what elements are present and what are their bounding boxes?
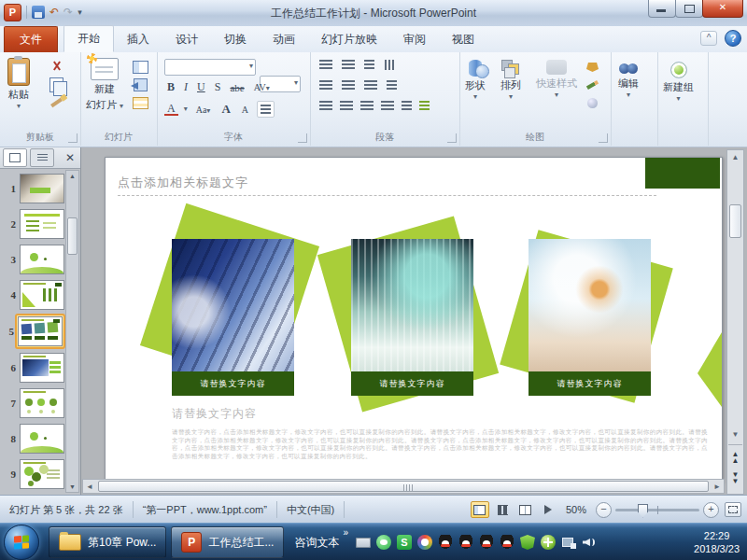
redo-icon[interactable]: ↷ <box>63 5 73 20</box>
numbering-icon[interactable] <box>342 60 355 70</box>
slide-number-status[interactable]: 幻灯片 第 5 张，共 22 张 <box>0 501 134 518</box>
arrange-button[interactable]: 排列 ▾ <box>500 60 521 100</box>
decrease-indent-icon[interactable] <box>319 80 332 91</box>
horizontal-scrollbar[interactable]: ◄ ► <box>82 479 725 494</box>
overflow-chevron-icon[interactable]: » <box>343 527 348 538</box>
wechat-icon[interactable] <box>376 535 391 550</box>
font-color-button[interactable]: A <box>164 103 178 116</box>
vertical-scrollbar-thumb[interactable] <box>729 204 741 238</box>
slide-image-1[interactable] <box>172 239 294 371</box>
shape-effects-button[interactable] <box>585 95 600 110</box>
layout-button[interactable] <box>133 60 148 75</box>
align-text-icon[interactable] <box>387 80 397 91</box>
slide-thumbnail-1[interactable]: 1 <box>0 174 65 203</box>
section-button[interactable] <box>133 95 148 110</box>
bullets-icon[interactable] <box>319 60 332 70</box>
start-button[interactable] <box>4 525 39 560</box>
panel-scrollbar-thumb[interactable] <box>67 217 78 255</box>
italic-button[interactable]: I <box>181 80 190 94</box>
normal-view-button[interactable] <box>471 501 489 518</box>
slide-thumbnail-9[interactable]: 9 <box>0 459 65 489</box>
slide-sorter-view-button[interactable] <box>495 502 512 517</box>
text-shadow-button[interactable]: S <box>212 80 224 94</box>
scroll-up-icon[interactable]: ▲ <box>727 153 743 161</box>
line-spacing-icon[interactable] <box>364 60 374 70</box>
collapse-ribbon-icon[interactable]: ^ <box>700 31 717 46</box>
qq-icon-2[interactable] <box>458 535 473 550</box>
dialog-launcher-drawing[interactable] <box>599 133 608 143</box>
qq-icon-1[interactable] <box>438 535 453 550</box>
tab-slides-thumbnails[interactable] <box>3 148 27 167</box>
panel-scrollbar[interactable]: ▲ ▼ <box>65 170 79 493</box>
slide-title-placeholder[interactable]: 点击添加相关标题文字 <box>118 175 248 191</box>
next-slide-button[interactable]: ▼▼ <box>727 471 743 484</box>
paste-button[interactable]: 粘贴 ▾ <box>7 58 30 109</box>
tab-review[interactable]: 审阅 <box>390 27 439 52</box>
reading-view-button[interactable] <box>517 502 534 517</box>
convert-smartart-icon[interactable] <box>419 101 430 111</box>
tab-home[interactable]: 开始 <box>63 25 114 52</box>
slide-thumbnail-4[interactable]: 4 <box>0 280 65 310</box>
minimize-button[interactable] <box>648 0 676 18</box>
network-icon[interactable] <box>561 535 576 550</box>
slideshow-view-button[interactable] <box>540 502 557 517</box>
taskbar-toolbar-label[interactable]: 咨询文本 <box>294 535 339 551</box>
sogou-icon[interactable]: S <box>397 535 412 550</box>
close-button[interactable]: ✕ <box>702 0 743 18</box>
volume-icon[interactable] <box>582 535 597 550</box>
input-method-icon[interactable] <box>356 535 371 550</box>
editing-button[interactable]: 编辑 ▾ <box>618 62 639 98</box>
character-spacing-button[interactable]: AV▾ <box>251 82 273 92</box>
powerpoint-app-icon[interactable]: P <box>4 4 21 21</box>
shape-outline-button[interactable] <box>585 77 600 92</box>
grow-font-button[interactable]: A <box>218 102 233 117</box>
qq-icon-3[interactable] <box>479 535 494 550</box>
zoom-out-button[interactable]: − <box>596 502 612 518</box>
slide-image-3[interactable] <box>529 239 651 371</box>
fit-to-window-button[interactable] <box>725 502 741 517</box>
text-direction-icon[interactable] <box>384 60 394 70</box>
scroll-up-icon[interactable]: ▲ <box>66 173 78 179</box>
thumbnail-image[interactable] <box>20 353 64 383</box>
tab-outline[interactable] <box>30 148 54 167</box>
slide-thumbnail-6[interactable]: 6 <box>0 353 65 383</box>
zoom-level[interactable]: 50% <box>566 504 586 515</box>
tab-file[interactable]: 文件 <box>4 26 58 52</box>
body-text-placeholder[interactable]: 请替换文字内容，点击添加相关标题文字，修改文字内容，也可以直接复制你的内容到此。… <box>172 428 708 477</box>
undo-icon[interactable]: ↶ <box>49 5 59 20</box>
distribute-icon[interactable] <box>402 101 412 111</box>
thumbnail-image[interactable] <box>20 245 64 274</box>
new-group-button[interactable]: 新建组 ▾ <box>663 62 694 102</box>
slide-thumbnail-2[interactable]: 2 <box>0 209 65 239</box>
change-case-button[interactable]: Aa▾ <box>193 105 214 115</box>
qat-customize-icon[interactable]: ▾ <box>78 7 82 17</box>
help-icon[interactable]: ? <box>725 30 741 47</box>
tab-view[interactable]: 视图 <box>439 27 487 52</box>
underline-button[interactable]: U <box>194 80 208 94</box>
image-caption-3[interactable]: 请替换文字内容 <box>529 371 651 396</box>
font-name-select[interactable]: ▾ <box>164 59 256 76</box>
scroll-left-icon[interactable]: ◄ <box>86 483 93 491</box>
thumbnail-image[interactable] <box>20 388 64 418</box>
image-caption-1[interactable]: 请替换文字内容 <box>172 371 294 396</box>
security-sphere-icon[interactable] <box>541 535 556 550</box>
copy-button[interactable] <box>49 77 64 92</box>
thumbnail-image[interactable] <box>20 424 64 454</box>
slide-thumbnail-8[interactable]: 8 <box>0 424 65 454</box>
antivirus-shield-icon[interactable] <box>520 535 535 550</box>
zoom-slider-handle[interactable] <box>638 504 648 518</box>
shapes-button[interactable]: 形状 ▾ <box>465 60 486 100</box>
image-caption-2[interactable]: 请替换文字内容 <box>351 371 473 396</box>
thumbnail-image[interactable] <box>20 280 64 310</box>
slide-image-2[interactable] <box>351 239 473 371</box>
taskbar-item-folder[interactable]: 第10章 Pow... <box>49 526 166 558</box>
slide-thumbnail-7[interactable]: 7 <box>0 388 65 418</box>
bold-button[interactable]: B <box>164 80 177 94</box>
qq-icon-4[interactable] <box>500 535 514 550</box>
slide-editing-area[interactable]: 点击添加相关标题文字 请替换文字内容 请替换文字内容 请替换文字内容 请替换文字… <box>105 157 723 483</box>
scroll-down-icon[interactable]: ▼ <box>66 483 78 490</box>
quick-styles-button[interactable]: 快速样式 ▾ <box>536 60 577 98</box>
thumbnail-image[interactable] <box>20 209 64 239</box>
save-icon[interactable] <box>32 6 45 19</box>
tab-animations[interactable]: 动画 <box>260 27 308 52</box>
